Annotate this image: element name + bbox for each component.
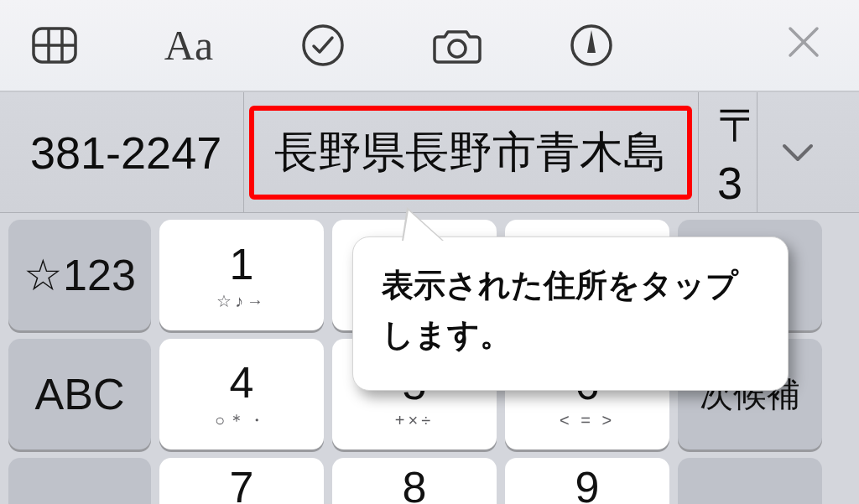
key-bottom-right[interactable] [678,458,822,504]
key-label: 8 [403,462,427,504]
callout-text: 表示された住所をタップします。 [382,261,759,360]
keyboard-toolbar: Aa [0,0,859,92]
suggestion-item-highlighted[interactable]: 長野県長野市青木島 [249,106,692,200]
key-7[interactable]: 7 [159,458,324,504]
suggestion-text: 長野県長野市青木島 [274,123,667,182]
suggestion-item[interactable]: 381-2247 [5,92,244,212]
key-sublabel: ○＊・ [215,409,268,432]
key-8[interactable]: 8 [332,458,497,504]
key-4[interactable]: 4 ○＊・ [159,339,324,449]
key-label: 1 [230,239,254,289]
camera-icon[interactable] [428,16,487,75]
key-label: 4 [230,357,254,408]
key-9[interactable]: 9 [505,458,669,504]
suggestion-bar: 381-2247 長野県長野市青木島 〒3 [0,92,859,213]
key-sublabel: +×÷ [395,411,434,430]
key-bottom-left[interactable] [8,458,151,504]
expand-suggestions-chevron[interactable] [757,92,837,212]
close-icon[interactable] [785,20,822,70]
mode-abc-button[interactable]: ABC [8,339,151,449]
key-1[interactable]: 1 ☆♪→ [159,220,324,330]
key-label: ☆123 [23,250,136,300]
suggestion-text: 381-2247 [30,127,221,179]
instruction-callout: 表示された住所をタップします。 [352,236,789,391]
suggestion-text: 〒3 [717,96,763,209]
table-icon[interactable] [25,16,84,75]
key-label: ABC [35,369,125,419]
svg-point-5 [449,40,466,57]
key-sublabel: ☆♪→ [216,291,267,311]
draw-icon[interactable] [562,16,621,75]
text-format-icon[interactable]: Aa [159,16,218,75]
mode-symbols-button[interactable]: ☆123 [8,220,151,330]
key-sublabel: < = > [560,411,615,430]
suggestion-item[interactable]: 〒3 [698,92,757,212]
key-label: 9 [575,462,600,504]
svg-point-4 [304,26,342,65]
check-circle-icon[interactable] [294,16,352,75]
key-label: 7 [230,462,254,504]
